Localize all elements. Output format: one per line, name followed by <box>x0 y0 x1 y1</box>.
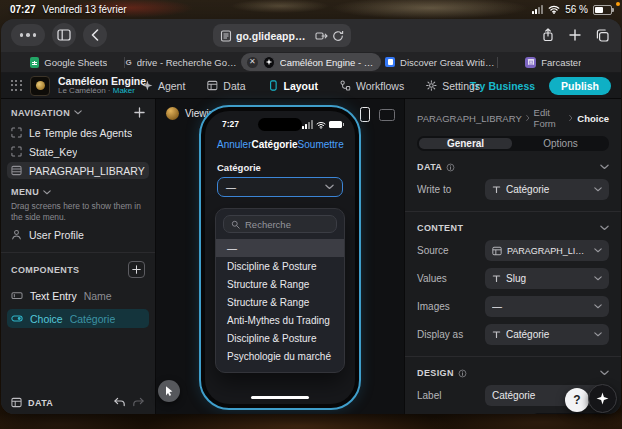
write-to-select[interactable]: Catégorie <box>485 179 609 200</box>
row-label: Values <box>417 273 485 284</box>
search-icon <box>231 220 240 229</box>
app-logo[interactable] <box>30 76 50 96</box>
display-as-select[interactable]: Catégorie <box>485 324 609 345</box>
nav-tab-workflows[interactable]: Workflows <box>340 80 404 92</box>
add-screen-icon[interactable] <box>134 107 145 118</box>
extensions-icon[interactable] <box>315 30 328 42</box>
images-select[interactable]: — <box>485 296 609 317</box>
sparkle-icon <box>142 80 153 91</box>
chevron-down-icon <box>594 187 602 192</box>
cellular-signal-icon <box>532 5 543 14</box>
tab-google-sheets[interactable]: Google Sheets <box>13 52 124 72</box>
tab-options[interactable]: Options <box>514 138 607 149</box>
share-icon[interactable] <box>542 28 554 42</box>
nav-tab-data[interactable]: Data <box>207 80 245 92</box>
component-text-entry[interactable]: Text Entry Name <box>7 286 149 305</box>
status-right: 56 % <box>532 4 612 15</box>
dropdown-option[interactable]: Psychologie du marché <box>216 347 344 365</box>
nav-tab-settings[interactable]: Settings <box>426 80 480 92</box>
component-choice-selected[interactable]: Choice Catégorie <box>7 309 149 328</box>
form-title: Catégorie <box>251 139 297 150</box>
navigation-section-header[interactable]: NAVIGATION <box>11 107 145 118</box>
breadcrumb-root[interactable]: PARAGRAPH_LIBRARY <box>417 113 522 124</box>
select-value: PARAGRAPH_LIBRARY <box>507 246 589 256</box>
reader-icon[interactable] <box>220 30 232 42</box>
redo-icon[interactable] <box>132 397 145 408</box>
row-label: Display as <box>417 329 485 340</box>
undo-icon[interactable] <box>113 397 126 408</box>
reload-icon[interactable] <box>332 30 344 42</box>
dropdown-option[interactable]: — <box>216 239 344 257</box>
phone-wifi-icon <box>316 121 326 129</box>
text-type-icon <box>492 330 501 339</box>
glide-app-header: Caméléon Engine Le Caméléon · Maker Agen… <box>1 73 621 99</box>
chevron-down-icon <box>600 225 609 231</box>
drive-favicon: G <box>125 58 131 67</box>
url-text: go.glideapps.com <box>236 30 311 42</box>
chevron-down-icon <box>74 110 82 115</box>
values-select[interactable]: Slug <box>485 268 609 289</box>
tab-cameleon-engine-active[interactable]: ✕ Caméléon Engine - Glide <box>241 53 381 71</box>
screen-brackets-icon <box>11 146 22 157</box>
multitask-menu-button[interactable] <box>11 24 45 46</box>
ai-assistant-button[interactable] <box>588 384 617 413</box>
tab-farcaster[interactable]: Farcaster <box>498 52 609 72</box>
choice-select-field[interactable]: — <box>217 177 343 197</box>
screen-item-paragraph-library[interactable]: PARAGRAPH_LIBRARY <box>7 162 149 179</box>
back-button[interactable] <box>83 23 107 47</box>
select-value: — <box>492 301 589 312</box>
publish-button[interactable]: Publish <box>549 77 611 95</box>
four-point-star-icon <box>596 392 609 405</box>
component-type: Choice <box>30 313 63 325</box>
components-title: COMPONENTS <box>11 265 80 275</box>
interact-mode-button[interactable] <box>158 380 180 402</box>
screen-item-state-key[interactable]: State_Key <box>7 143 149 160</box>
data-section-header[interactable]: DATA <box>417 162 609 172</box>
tab-general[interactable]: General <box>419 138 512 149</box>
apps-grid-icon[interactable] <box>11 80 22 91</box>
tablet-preview-toggle-icon[interactable] <box>379 109 395 121</box>
nav-label: Layout <box>284 80 318 92</box>
dropdown-option[interactable]: Discipline & Posture <box>216 257 344 275</box>
cancel-button[interactable]: Annuler <box>217 139 251 150</box>
cursor-icon <box>163 385 175 397</box>
phone-preview-frame[interactable]: 7:27 Annuler Catégorie Soumettre Cat <box>199 105 361 410</box>
source-select[interactable]: PARAGRAPH_LIBRARY <box>485 240 609 261</box>
add-component-button[interactable] <box>128 261 145 278</box>
submit-button[interactable]: Soumettre <box>298 139 344 150</box>
screen-item-user-profile[interactable]: User Profile <box>7 226 149 243</box>
component-type: Text Entry <box>30 290 77 302</box>
data-footer-label[interactable]: DATA <box>28 398 53 408</box>
nav-tab-layout[interactable]: Layout <box>268 80 318 92</box>
screen-item-temple[interactable]: Le Temple des Agents <box>7 124 149 141</box>
nav-tab-agent[interactable]: Agent <box>142 80 185 92</box>
help-button[interactable]: ? <box>565 388 589 412</box>
sidebar-icon <box>57 29 71 41</box>
tab-close-icon[interactable]: ✕ <box>247 57 258 68</box>
option-label: Discipline & Posture <box>227 261 316 272</box>
toolbar-left-group <box>11 23 107 47</box>
tab-discover-writing[interactable]: Discover Great Writing... <box>385 52 496 72</box>
dropdown-option[interactable]: Structure & Range <box>216 275 344 293</box>
address-bar[interactable]: go.glideapps.com <box>213 24 351 47</box>
menu-section-header[interactable]: MENU <box>11 187 145 197</box>
person-icon <box>11 229 22 240</box>
phone-screen: 7:27 Annuler Catégorie Soumettre Cat <box>205 111 355 404</box>
sidebar-toggle-button[interactable] <box>52 23 76 47</box>
new-tab-icon[interactable] <box>569 29 581 41</box>
style-row: Style <box>417 413 609 414</box>
phone-preview-toggle-icon[interactable] <box>360 107 370 122</box>
screen-label: State_Key <box>29 146 77 158</box>
dropdown-option[interactable]: Anti-Mythes du Trading <box>216 311 344 329</box>
tab-overview-icon[interactable] <box>596 29 609 42</box>
dropdown-option[interactable]: Discipline & Posture <box>216 329 344 347</box>
discover-favicon <box>385 57 395 67</box>
dropdown-option[interactable]: Structure & Range <box>216 293 344 311</box>
choice-select-value: — <box>226 182 325 193</box>
tab-drive-search[interactable]: G drive - Recherche Goo... <box>125 52 236 72</box>
content-section-header[interactable]: CONTENT <box>417 223 609 233</box>
dropdown-search-input[interactable]: Recherche <box>223 215 337 233</box>
breadcrumb-middle[interactable]: Edit Form <box>534 107 566 129</box>
design-section-header[interactable]: DESIGN <box>417 368 609 378</box>
gear-icon <box>426 80 437 91</box>
